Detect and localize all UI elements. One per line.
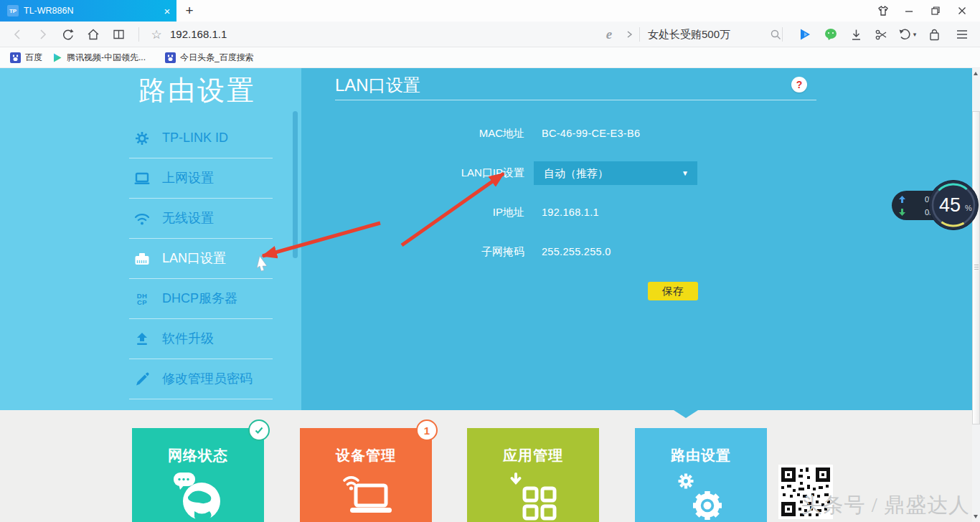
ip-address-row: IP地址 192.168.1.1	[301, 205, 972, 219]
page-title: LAN口设置	[335, 74, 420, 97]
save-button[interactable]: 保存	[648, 282, 698, 300]
restore-icon[interactable]	[925, 0, 946, 22]
check-badge	[248, 419, 270, 441]
lan-settings-panel: LAN口设置 ? MAC地址 BC-46-99-CE-E3-B6 LAN口IP设…	[301, 68, 972, 410]
download-arrow-icon	[899, 209, 905, 216]
close-window-icon[interactable]	[951, 0, 973, 22]
browser-toolbar: ☆ 192.168.1.1 e 女处长受贿500万 ▾	[0, 22, 980, 47]
paw-icon	[10, 52, 21, 63]
memory-usage-widget[interactable]: 45 %	[928, 180, 979, 230]
reading-mode-icon[interactable]	[108, 22, 130, 47]
mac-address-row: MAC地址 BC-46-99-CE-E3-B6	[301, 126, 972, 141]
dhcp-icon: DHCP	[133, 290, 151, 308]
refresh-icon[interactable]	[57, 22, 78, 47]
subnet-mask-row: 子网掩码 255.255.255.0	[301, 245, 972, 259]
download-icon[interactable]	[845, 22, 867, 47]
usage-percent-unit: %	[965, 204, 972, 212]
tab-title: TL-WR886N	[24, 0, 73, 22]
paw-icon	[165, 52, 176, 63]
watermark-text: 头条号 / 鼎盛达人	[782, 491, 970, 520]
settings-sidebar: 路由设置 TP-LINK ID 上网设置	[0, 68, 301, 410]
home-icon[interactable]	[83, 22, 104, 47]
bookmark-tencent-video[interactable]: 腾讯视频-中国领先...	[52, 47, 146, 68]
scrollbar-thumb[interactable]	[972, 111, 980, 424]
upload-icon	[133, 331, 151, 348]
sidebar-item-dhcp[interactable]: DHCP DHCP服务器	[0, 278, 301, 318]
mac-address-value: BC-46-99-CE-E3-B6	[542, 126, 640, 141]
check-icon	[253, 424, 265, 436]
router-admin-page: 路由设置 TP-LINK ID 上网设置	[0, 68, 980, 522]
sidebar-item-wireless[interactable]: 无线设置	[0, 198, 301, 238]
sidebar-title: 路由设置	[138, 72, 256, 109]
upload-arrow-icon	[899, 196, 905, 203]
ie-compat-icon[interactable]: e	[598, 22, 620, 47]
tab-bar: TP TL-WR886N × +	[0, 0, 980, 22]
search-box[interactable]: 女处长受贿500万	[648, 22, 730, 47]
settings-gears-icon	[675, 471, 731, 522]
sidebar-item-firmware-upgrade[interactable]: 软件升级	[0, 318, 301, 359]
title-divider	[335, 100, 816, 100]
nav-card-router-settings[interactable]: 路由设置	[635, 428, 767, 522]
bookmark-star-icon[interactable]: ☆	[146, 22, 167, 47]
gear-icon	[133, 130, 151, 147]
skin-theme-icon[interactable]	[872, 0, 894, 22]
notification-badge: 1	[416, 419, 438, 441]
lan-ip-mode-select[interactable]: 自动（推荐） ▼	[534, 161, 697, 185]
bookmark-baidu[interactable]: 百度	[10, 47, 42, 68]
close-tab-icon[interactable]: ×	[159, 0, 175, 22]
scrollbar-grip	[974, 265, 979, 265]
sidebar-item-tplink-id[interactable]: TP-LINK ID	[0, 118, 301, 158]
back-icon[interactable]	[7, 22, 29, 47]
scroll-up-icon[interactable]	[974, 72, 978, 75]
nav-card-network-status[interactable]: 网络状态	[132, 428, 264, 522]
sidebar-item-lan[interactable]: LAN口设置	[0, 238, 301, 278]
nav-card-app-management[interactable]: 应用管理	[467, 428, 599, 522]
wechat-icon[interactable]	[820, 22, 842, 47]
settings-panel: 路由设置 TP-LINK ID 上网设置	[0, 68, 972, 410]
shopping-bag-icon[interactable]	[923, 22, 945, 47]
search-icon[interactable]	[765, 22, 786, 47]
chevron-down-icon: ▼	[682, 161, 689, 185]
active-section-notch	[674, 410, 698, 418]
wifi-icon	[133, 210, 151, 227]
search-divider	[639, 27, 640, 42]
sidebar-divider	[129, 399, 273, 399]
scroll-down-icon[interactable]	[974, 515, 978, 518]
new-tab-button[interactable]: +	[180, 0, 199, 22]
menu-icon[interactable]	[951, 22, 973, 47]
ip-address-value: 192.168.1.1	[542, 205, 599, 219]
laptop-icon	[133, 170, 151, 187]
active-tab[interactable]: TP TL-WR886N ×	[0, 0, 176, 22]
apps-icon	[507, 471, 560, 522]
icons-divider	[782, 27, 783, 42]
minimize-icon[interactable]	[898, 0, 920, 22]
tp-link-favicon: TP	[7, 5, 19, 16]
pencil-icon	[133, 371, 151, 388]
bookmarks-bar: 百度 腾讯视频-中国领先... 今日头条_百度搜索	[0, 47, 980, 68]
bottom-nav: 网络状态 设备管理 1 应用管理	[0, 410, 972, 522]
sidebar-item-admin-password[interactable]: 修改管理员密码	[0, 359, 301, 399]
lan-port-icon	[133, 250, 151, 267]
nav-card-device-management[interactable]: 设备管理 1	[300, 428, 432, 522]
help-icon[interactable]: ?	[791, 77, 807, 92]
bookmark-toutiao[interactable]: 今日头条_百度搜索	[165, 47, 254, 68]
address-bar[interactable]: 192.168.1.1	[170, 22, 227, 47]
chevron-right-icon[interactable]	[618, 22, 640, 47]
toolbar-divider	[138, 27, 139, 42]
forward-icon[interactable]	[32, 22, 53, 47]
browser-scrollbar[interactable]	[972, 68, 980, 522]
undo-caret-icon[interactable]: ▾	[910, 22, 920, 47]
accelerator-icon[interactable]	[794, 22, 816, 47]
devices-icon	[340, 471, 393, 522]
scissors-screenshot-icon[interactable]	[870, 22, 892, 47]
globe-icon	[172, 471, 225, 522]
sidebar-item-internet[interactable]: 上网设置	[0, 158, 301, 198]
sidebar-scrollbar-thumb[interactable]	[293, 111, 298, 258]
play-icon	[52, 52, 62, 63]
browser-window: TP TL-WR886N × +	[0, 0, 980, 522]
subnet-mask-value: 255.255.255.0	[542, 245, 611, 259]
